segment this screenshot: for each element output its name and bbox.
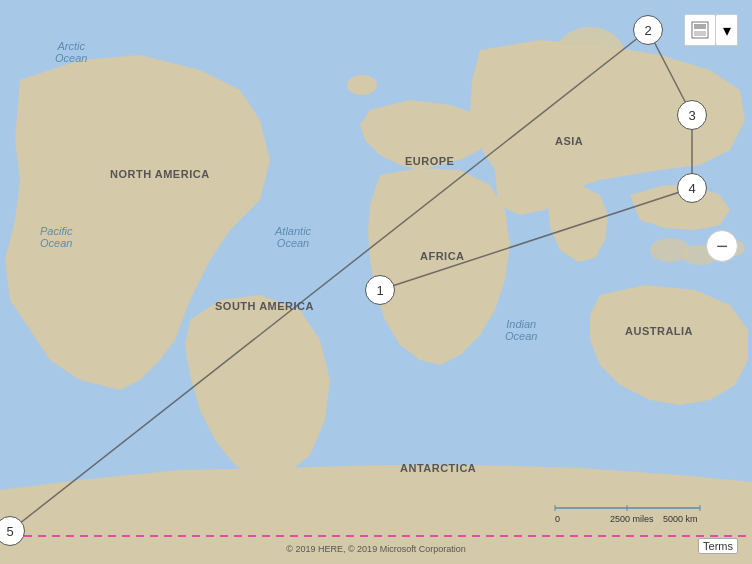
map-controls: ▾ — [684, 14, 738, 46]
svg-point-5 — [347, 75, 377, 95]
svg-text:5000 km: 5000 km — [663, 514, 698, 524]
svg-text:0: 0 — [555, 514, 560, 524]
chevron-down-icon: ▾ — [723, 21, 731, 40]
svg-rect-21 — [694, 31, 706, 36]
zoom-out-button[interactable]: − — [706, 230, 738, 262]
map-container: 0 2500 miles 5000 km ArcticOcean NORTH A… — [0, 0, 752, 564]
svg-point-6 — [377, 106, 393, 130]
svg-rect-20 — [694, 24, 706, 29]
waypoint-2[interactable]: 2 — [633, 15, 663, 45]
waypoint-1[interactable]: 1 — [365, 275, 395, 305]
terms-link[interactable]: Terms — [698, 538, 738, 554]
waypoint-3[interactable]: 3 — [677, 100, 707, 130]
svg-text:2500 miles: 2500 miles — [610, 514, 654, 524]
layers-icon — [691, 21, 709, 39]
minus-icon: − — [716, 235, 728, 258]
map-type-dropdown-button[interactable]: ▾ — [716, 14, 738, 46]
waypoint-4[interactable]: 4 — [677, 173, 707, 203]
layer-toggle-button[interactable] — [684, 14, 716, 46]
copyright-text: © 2019 HERE, © 2019 Microsoft Corporatio… — [286, 544, 465, 554]
